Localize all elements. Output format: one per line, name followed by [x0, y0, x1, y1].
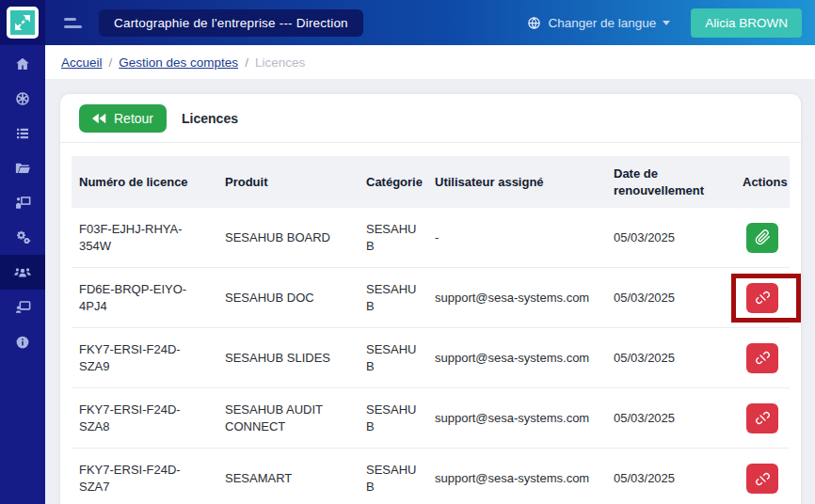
unlink-icon [755, 290, 771, 306]
assigned-user-cell: support@sesa-systems.com [427, 268, 606, 328]
row-action-button[interactable] [746, 283, 778, 313]
unlink-icon [755, 350, 771, 366]
gears-icon [14, 228, 32, 246]
sidebar-item-home[interactable] [0, 46, 45, 81]
sidebar [0, 45, 45, 504]
category-cell: SESAHUB [359, 388, 427, 449]
actions-cell [735, 328, 790, 388]
chevron-down-icon [663, 21, 670, 25]
table-header-row: Numéro de licence Produit Catégorie Util… [72, 156, 790, 208]
license-number-cell: FKY7-ERSI-F24D-SZA8 [72, 388, 217, 449]
licences-table-wrap: Numéro de licence Produit Catégorie Util… [60, 143, 801, 504]
category-cell: SESAHUB [359, 268, 427, 328]
sesa-logo-icon [7, 7, 39, 39]
language-dropdown[interactable]: Changer de langue [527, 16, 670, 30]
sidebar-item-info[interactable] [0, 324, 45, 359]
assigned-user-cell: support@sesa-systems.com [427, 388, 606, 449]
breadcrumb-current-licences: Licences [255, 55, 305, 70]
col-header-user: Utilisateur assigné [427, 156, 606, 208]
renewal-date-cell: 05/03/2025 [606, 449, 735, 504]
dashboard-icon [14, 90, 31, 107]
users-group-icon [13, 263, 32, 282]
home-icon [14, 55, 31, 72]
assigned-user-cell: support@sesa-systems.com [427, 449, 606, 504]
row-action-button[interactable] [746, 403, 778, 433]
renewal-date-cell: 05/03/2025 [606, 388, 735, 449]
sidebar-item-training[interactable] [0, 185, 45, 220]
category-cell: SESAHUB [359, 208, 427, 268]
action-cell-wrap [746, 343, 778, 373]
product-cell: SESAHUB BOARD [217, 208, 359, 268]
info-icon [14, 334, 31, 351]
table-row: FKY7-ERSI-F24D-SZA8 SESAHUB AUDIT CONNEC… [72, 388, 790, 449]
person-board-icon [14, 194, 32, 212]
license-number-cell: F03F-EJHJ-RHYA-354W [72, 208, 217, 268]
globe-icon [527, 16, 541, 30]
rewind-icon [92, 113, 106, 124]
product-cell: SESAHUB SLIDES [217, 328, 359, 388]
table-body: F03F-EJHJ-RHYA-354W SESAHUB BOARD SESAHU… [72, 208, 790, 504]
license-number-cell: FKY7-ERSI-F24D-SZA7 [72, 449, 217, 504]
unlink-icon [755, 410, 771, 426]
assigned-user-cell: - [427, 208, 606, 268]
sidebar-item-remote-session[interactable] [0, 290, 45, 324]
breadcrumb-gestion-des-comptes[interactable]: Gestion des comptes [119, 55, 238, 70]
licences-card: Retour Licences Numéro de licence Produi… [60, 94, 801, 504]
table-row: FKY7-ERSI-F24D-SZA7 SESAMART SESAHUB sup… [72, 449, 790, 504]
product-cell: SESAHUB DOC [217, 268, 359, 328]
folder-open-icon [14, 160, 31, 177]
user-menu-button[interactable]: Alicia BROWN [691, 8, 802, 38]
action-cell-wrap [746, 464, 778, 494]
card-header: Retour Licences [60, 94, 801, 143]
renewal-date-cell: 05/03/2025 [606, 268, 735, 328]
row-action-button[interactable] [746, 223, 778, 253]
top-navbar: Cartographie de l'entreprise --- Directi… [0, 0, 815, 45]
unlink-icon [755, 471, 771, 487]
breadcrumb-accueil[interactable]: Accueil [61, 55, 103, 70]
breadcrumb: Accueil / Gestion des comptes / Licences [45, 45, 815, 79]
col-header-product: Produit [217, 156, 359, 208]
renewal-date-cell: 05/03/2025 [606, 208, 735, 268]
row-action-button[interactable] [746, 343, 778, 373]
license-number-cell: FKY7-ERSI-F24D-SZA9 [72, 328, 217, 388]
license-number-cell: FD6E-BRQP-EIYO-4PJ4 [72, 268, 217, 328]
category-cell: SESAHUB [359, 449, 427, 504]
app-logo[interactable] [0, 0, 45, 45]
sidebar-item-users[interactable] [0, 255, 45, 290]
language-label: Changer de langue [548, 16, 656, 30]
sidebar-item-dashboard[interactable] [0, 81, 45, 116]
col-header-date: Date de renouvellement [606, 156, 735, 208]
product-cell: SESAMART [217, 449, 359, 504]
renewal-date-cell: 05/03/2025 [606, 328, 735, 388]
card-title: Licences [182, 111, 238, 126]
breadcrumb-separator: / [245, 55, 248, 70]
table-row: FKY7-ERSI-F24D-SZA9 SESAHUB SLIDES SESAH… [72, 328, 790, 388]
col-header-actions: Actions [735, 156, 790, 208]
table-row: F03F-EJHJ-RHYA-354W SESAHUB BOARD SESAHU… [72, 208, 790, 268]
actions-cell [735, 268, 790, 328]
action-cell-wrap [746, 223, 778, 253]
back-button[interactable]: Retour [79, 104, 167, 133]
product-cell: SESAHUB AUDIT CONNECT [217, 388, 359, 449]
page-title: Cartographie de l'entreprise --- Directi… [99, 9, 363, 37]
menu-toggle-icon[interactable] [64, 18, 82, 28]
list-icon [14, 125, 31, 142]
main-content: Retour Licences Numéro de licence Produi… [45, 79, 815, 504]
paperclip-icon [755, 229, 771, 245]
action-cell-wrap [746, 283, 778, 313]
back-button-label: Retour [114, 111, 153, 126]
licences-table: Numéro de licence Produit Catégorie Util… [72, 156, 790, 504]
person-screen-icon [14, 298, 32, 316]
sidebar-item-settings[interactable] [0, 220, 45, 255]
sidebar-item-folders[interactable] [0, 150, 45, 185]
actions-cell [735, 388, 790, 449]
assigned-user-cell: support@sesa-systems.com [427, 328, 606, 388]
row-action-button[interactable] [746, 464, 778, 494]
category-cell: SESAHUB [359, 328, 427, 388]
table-row: FD6E-BRQP-EIYO-4PJ4 SESAHUB DOC SESAHUB … [72, 268, 790, 328]
sidebar-item-list[interactable] [0, 116, 45, 150]
actions-cell [735, 449, 790, 504]
actions-cell [735, 208, 790, 268]
col-header-category: Catégorie [359, 156, 427, 208]
breadcrumb-separator: / [109, 55, 113, 70]
